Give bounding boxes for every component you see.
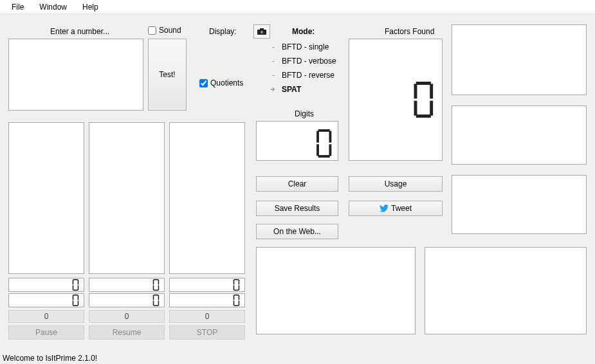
svg-rect-27 bbox=[234, 279, 239, 280]
mode-label-2: BFTD - verbose bbox=[282, 57, 336, 66]
svg-rect-23 bbox=[158, 280, 160, 284]
svg-point-2 bbox=[261, 31, 263, 33]
quotients-label: Quotients bbox=[210, 78, 243, 87]
mode-label-4: SPAT bbox=[282, 85, 301, 94]
screenshot-button[interactable] bbox=[253, 24, 270, 39]
seven-segment-icon bbox=[72, 279, 80, 291]
seven-segment-icon bbox=[414, 82, 435, 118]
column-1-list bbox=[8, 122, 84, 274]
svg-rect-38 bbox=[73, 305, 78, 306]
seven-segment-icon bbox=[72, 295, 80, 306]
panel-right-1 bbox=[452, 24, 587, 95]
quotients-checkbox[interactable]: Quotients bbox=[199, 78, 243, 87]
column-2-list bbox=[89, 122, 165, 274]
svg-rect-18 bbox=[73, 286, 74, 290]
svg-rect-46 bbox=[233, 295, 235, 300]
svg-rect-5 bbox=[329, 131, 331, 143]
col2-display-b bbox=[89, 293, 165, 307]
seven-segment-icon bbox=[152, 295, 160, 306]
mode-label: Mode: bbox=[292, 27, 315, 36]
on-the-web-button[interactable]: On the Web... bbox=[256, 224, 338, 239]
svg-rect-25 bbox=[158, 286, 160, 290]
svg-rect-35 bbox=[78, 295, 79, 300]
clear-button[interactable]: Clear bbox=[256, 176, 338, 192]
tick-icon: - bbox=[270, 44, 277, 50]
menu-window[interactable]: Window bbox=[32, 1, 75, 13]
digits-label: Digits bbox=[295, 109, 314, 118]
twitter-icon bbox=[380, 205, 389, 212]
quotients-checkbox-box[interactable] bbox=[199, 79, 208, 87]
tweet-label: Tweet bbox=[391, 204, 412, 213]
svg-rect-43 bbox=[158, 301, 160, 305]
sound-checkbox-box[interactable] bbox=[148, 26, 156, 35]
menu-help[interactable]: Help bbox=[75, 1, 106, 13]
save-results-button[interactable]: Save Results bbox=[256, 201, 338, 216]
sound-checkbox[interactable]: Sound bbox=[148, 26, 181, 35]
svg-rect-12 bbox=[414, 101, 417, 116]
svg-rect-49 bbox=[239, 301, 240, 305]
col1-count: 0 bbox=[8, 310, 84, 323]
svg-rect-34 bbox=[73, 295, 74, 300]
panel-right-2 bbox=[452, 105, 587, 165]
svg-rect-28 bbox=[233, 280, 235, 284]
col2-display-a bbox=[89, 278, 165, 292]
svg-rect-15 bbox=[73, 279, 78, 280]
seven-segment-icon bbox=[233, 279, 241, 291]
svg-rect-41 bbox=[158, 295, 160, 300]
camera-icon bbox=[257, 28, 267, 35]
usage-button[interactable]: Usage bbox=[349, 176, 443, 192]
menu-bar: File Window Help bbox=[0, 0, 595, 14]
svg-rect-11 bbox=[430, 84, 433, 98]
svg-rect-14 bbox=[416, 114, 431, 118]
svg-rect-45 bbox=[234, 295, 239, 296]
menu-file[interactable]: File bbox=[4, 1, 32, 13]
stop-button[interactable]: STOP bbox=[169, 325, 245, 340]
resume-button[interactable]: Resume bbox=[89, 325, 165, 340]
tweet-button[interactable]: Tweet bbox=[349, 201, 443, 216]
mode-label-3: BFTD - reverse bbox=[282, 71, 334, 80]
sound-label: Sound bbox=[159, 26, 181, 35]
panel-bottom-right bbox=[425, 247, 587, 334]
svg-rect-30 bbox=[233, 286, 235, 290]
panel-bottom-middle bbox=[256, 247, 416, 334]
svg-rect-40 bbox=[153, 295, 154, 300]
svg-rect-4 bbox=[316, 131, 319, 143]
number-input[interactable] bbox=[8, 39, 143, 111]
digits-display bbox=[256, 121, 338, 161]
svg-rect-3 bbox=[318, 129, 330, 132]
test-button[interactable]: Test! bbox=[148, 39, 187, 111]
svg-rect-29 bbox=[239, 280, 240, 284]
svg-rect-9 bbox=[416, 82, 431, 85]
svg-rect-47 bbox=[239, 295, 240, 300]
svg-rect-6 bbox=[316, 144, 319, 156]
svg-rect-32 bbox=[234, 289, 239, 291]
svg-rect-20 bbox=[73, 289, 78, 291]
seven-segment-icon bbox=[316, 129, 334, 158]
svg-rect-16 bbox=[73, 280, 74, 284]
seven-segment-icon bbox=[152, 279, 160, 291]
column-3-list bbox=[169, 122, 245, 274]
col1-display-b bbox=[8, 293, 84, 307]
svg-rect-21 bbox=[154, 279, 158, 280]
svg-rect-26 bbox=[154, 289, 158, 291]
svg-rect-19 bbox=[78, 286, 79, 290]
panel-right-3 bbox=[452, 175, 587, 234]
svg-rect-1 bbox=[260, 28, 264, 30]
svg-rect-13 bbox=[430, 101, 433, 116]
svg-rect-48 bbox=[233, 301, 235, 305]
tick-icon: - bbox=[270, 58, 277, 64]
svg-rect-39 bbox=[154, 295, 158, 296]
svg-rect-10 bbox=[414, 84, 417, 98]
col3-display-b bbox=[169, 293, 245, 307]
factors-found-display bbox=[349, 39, 443, 161]
col2-count: 0 bbox=[89, 310, 165, 323]
col3-display-a bbox=[169, 278, 245, 292]
seven-segment-icon bbox=[233, 295, 241, 306]
pause-button[interactable]: Pause bbox=[8, 325, 84, 340]
svg-rect-42 bbox=[153, 301, 154, 305]
svg-rect-17 bbox=[78, 280, 79, 284]
factors-found-label: Factors Found bbox=[385, 27, 434, 36]
svg-rect-22 bbox=[153, 280, 154, 284]
svg-rect-7 bbox=[329, 144, 331, 156]
enter-number-label: Enter a number... bbox=[50, 27, 109, 36]
